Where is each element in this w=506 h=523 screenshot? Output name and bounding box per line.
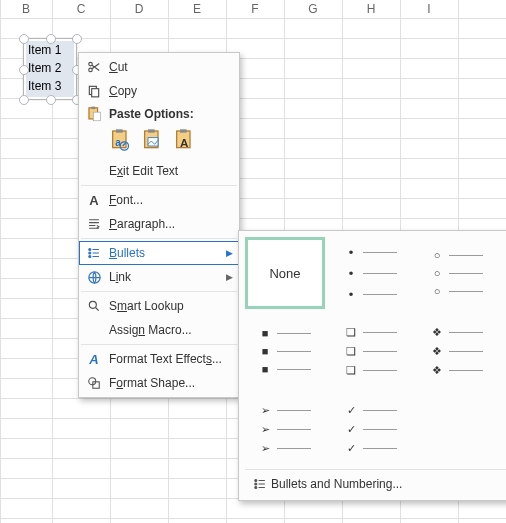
menu-item-bullets[interactable]: Bullets ▶: [79, 241, 239, 265]
column-header[interactable]: B: [0, 0, 52, 19]
column-header[interactable]: I: [400, 0, 458, 19]
svg-point-18: [89, 252, 91, 254]
menu-item-exit-edit-text[interactable]: Exit Edit Text: [79, 159, 239, 183]
paste-option-keep-source[interactable]: a: [109, 128, 133, 154]
bullets-icon: [249, 477, 271, 491]
menu-label: Paragraph...: [105, 217, 233, 231]
bullet-option-hollow-round[interactable]: ○ ○ ○: [417, 237, 497, 309]
list-item: Item 3: [28, 77, 72, 95]
menu-item-bullets-and-numbering[interactable]: Bullets and Numbering...: [245, 469, 506, 498]
column-header[interactable]: E: [168, 0, 226, 19]
menu-separator: [81, 238, 237, 239]
chevron-right-icon: ▶: [223, 248, 233, 258]
none-label: None: [269, 266, 300, 281]
menu-item-paragraph[interactable]: Paragraph...: [79, 212, 239, 236]
svg-point-24: [255, 479, 257, 481]
text-effects-icon: A: [83, 349, 105, 369]
svg-point-17: [89, 248, 91, 250]
menu-item-font[interactable]: A Font...: [79, 188, 239, 212]
menu-item-smart-lookup[interactable]: Smart Lookup: [79, 294, 239, 318]
svg-point-0: [89, 62, 93, 66]
svg-rect-6: [93, 112, 100, 121]
bullet-option-hollow-square[interactable]: ❏ ❏ ❏: [331, 315, 411, 387]
menu-header-paste-options: Paste Options:: [79, 103, 239, 125]
menu-item-cut[interactable]: Cut: [79, 55, 239, 79]
menu-label: Exit Edit Text: [105, 164, 233, 178]
svg-point-19: [89, 255, 91, 257]
bullet-option-none[interactable]: None: [245, 237, 325, 309]
svg-rect-22: [93, 382, 99, 388]
svg-rect-3: [92, 89, 99, 97]
menu-item-link[interactable]: Link ▶: [79, 265, 239, 289]
menu-label: Format Text Effects...: [105, 352, 233, 366]
bullet-option-filled-round[interactable]: • • •: [331, 237, 411, 309]
column-header[interactable]: D: [110, 0, 168, 19]
column-header[interactable]: F: [226, 0, 284, 19]
resize-handle[interactable]: [19, 65, 29, 75]
bullet-option-filled-square[interactable]: ■ ■ ■: [245, 315, 325, 387]
menu-item-assign-macro[interactable]: Assign Macro...: [79, 318, 239, 342]
clipboard-icon: [83, 104, 105, 124]
resize-handle[interactable]: [19, 34, 29, 44]
bullets-icon: [83, 243, 105, 263]
menu-separator: [81, 344, 237, 345]
svg-point-23: [89, 378, 96, 385]
shape-textbox[interactable]: Item 1 Item 2 Item 3: [23, 38, 77, 100]
bullet-option-checkmark[interactable]: ✓ ✓ ✓: [331, 393, 411, 465]
link-icon: [83, 267, 105, 287]
column-header[interactable]: C: [52, 0, 110, 19]
menu-label: Assign Macro...: [105, 323, 233, 337]
paragraph-icon: [83, 214, 105, 234]
chevron-right-icon: ▶: [223, 272, 233, 282]
resize-handle[interactable]: [72, 34, 82, 44]
resize-handle[interactable]: [19, 95, 29, 105]
bullets-submenu: None • • • ○ ○ ○ ■ ■ ■ ❏ ❏ ❏ ❖ ❖ ❖ ➢ ➢: [238, 230, 506, 501]
menu-separator: [81, 291, 237, 292]
menu-label: Link: [105, 270, 223, 284]
paste-option-picture[interactable]: [141, 128, 165, 154]
menu-item-format-text-effects[interactable]: A Format Text Effects...: [79, 347, 239, 371]
menu-label: Bullets and Numbering...: [271, 477, 402, 491]
svg-rect-12: [148, 129, 155, 132]
svg-rect-15: [180, 129, 187, 132]
paste-options-row: a A: [79, 125, 239, 159]
svg-point-1: [89, 68, 93, 72]
paste-option-text-only[interactable]: A: [173, 128, 197, 154]
svg-text:A: A: [180, 136, 189, 149]
menu-label: Copy: [105, 84, 233, 98]
svg-point-25: [255, 483, 257, 485]
svg-rect-5: [91, 107, 95, 109]
context-menu: Cut Copy Paste Options: a A Exit Edit Te…: [78, 52, 240, 398]
bullet-option-star[interactable]: ❖ ❖ ❖: [417, 315, 497, 387]
list-item: Item 2: [28, 59, 72, 77]
menu-label: Paste Options:: [105, 107, 233, 121]
menu-item-format-shape[interactable]: Format Shape...: [79, 371, 239, 395]
menu-item-copy[interactable]: Copy: [79, 79, 239, 103]
menu-label: Smart Lookup: [105, 299, 233, 313]
menu-label: Font...: [105, 193, 233, 207]
scissors-icon: [83, 57, 105, 77]
font-icon: A: [83, 190, 105, 210]
menu-separator: [81, 185, 237, 186]
copy-icon: [83, 81, 105, 101]
svg-point-21: [89, 301, 96, 308]
svg-rect-8: [116, 129, 123, 132]
menu-label: Cut: [105, 60, 233, 74]
menu-label: Format Shape...: [105, 376, 233, 390]
format-shape-icon: [83, 373, 105, 393]
svg-point-26: [255, 486, 257, 488]
column-header[interactable]: H: [342, 0, 400, 19]
resize-handle[interactable]: [46, 95, 56, 105]
column-header[interactable]: G: [284, 0, 342, 19]
search-icon: [83, 296, 105, 316]
bullet-option-arrow[interactable]: ➢ ➢ ➢: [245, 393, 325, 465]
resize-handle[interactable]: [46, 34, 56, 44]
menu-label: Bullets: [105, 246, 223, 260]
